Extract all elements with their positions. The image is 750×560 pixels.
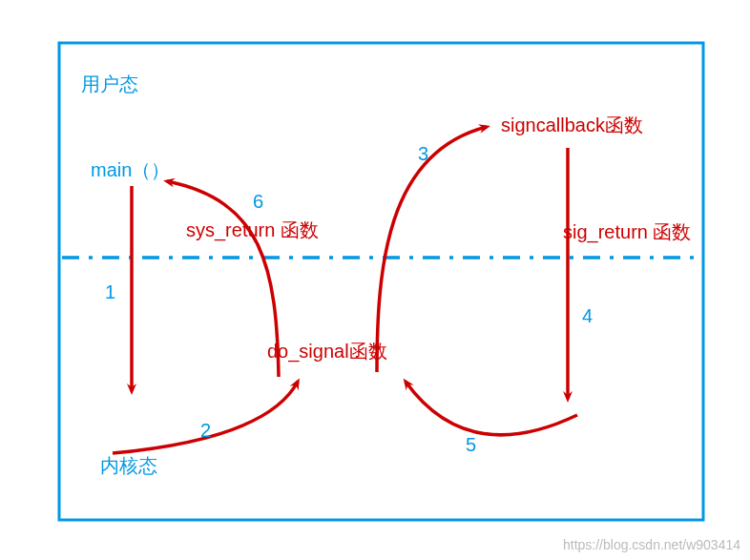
main-label: main（） <box>91 157 170 183</box>
do-signal-label: do_signal函数 <box>267 339 387 364</box>
sig-return-label: sig_return 函数 <box>563 219 692 245</box>
watermark: https://blog.csdn.net/w903414 <box>563 537 740 552</box>
step-4: 4 <box>582 305 593 327</box>
signcallback-label: signcallback函数 <box>501 113 643 138</box>
arrow-3 <box>377 127 487 372</box>
step-2: 2 <box>200 420 211 442</box>
step-5: 5 <box>466 434 476 456</box>
step-6: 6 <box>253 191 263 213</box>
arrow-5 <box>406 382 577 435</box>
sys-return-label: sys_return 函数 <box>186 218 319 243</box>
kernel-mode-label: 内核态 <box>100 453 157 479</box>
step-1: 1 <box>105 281 115 303</box>
user-mode-label: 用户态 <box>81 72 138 97</box>
arrow-2 <box>113 382 298 453</box>
step-3: 3 <box>418 143 428 165</box>
